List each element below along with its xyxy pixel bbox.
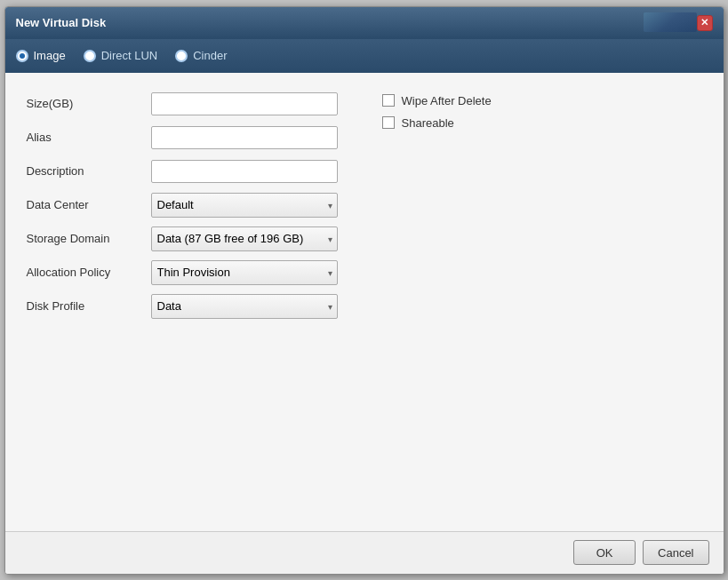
- description-input[interactable]: [151, 160, 338, 183]
- disk-profile-label: Disk Profile: [27, 299, 142, 313]
- storage-domain-label: Storage Domain: [27, 232, 142, 245]
- description-label: Description: [27, 164, 142, 178]
- data-center-select[interactable]: Default: [151, 193, 338, 218]
- left-column: Size(GB) Alias Description Data Center: [27, 91, 364, 320]
- wipe-after-delete-row[interactable]: Wipe After Delete: [382, 94, 702, 107]
- tab-direct-lun[interactable]: Direct LUN: [84, 49, 158, 62]
- radio-direct-lun[interactable]: [84, 50, 96, 62]
- radio-image[interactable]: [16, 50, 28, 62]
- footer: OK Cancel: [5, 531, 724, 574]
- tab-image[interactable]: Image: [16, 49, 66, 62]
- storage-domain-select[interactable]: Data (87 GB free of 196 GB): [151, 226, 338, 251]
- cancel-button[interactable]: Cancel: [643, 540, 708, 565]
- allocation-policy-label: Allocation Policy: [27, 266, 142, 279]
- alias-label: Alias: [27, 131, 142, 144]
- wipe-after-delete-checkbox[interactable]: [382, 94, 395, 107]
- storage-domain-select-wrapper: Data (87 GB free of 196 GB) ▾: [151, 226, 338, 251]
- data-center-row: Data Center Default ▾: [27, 192, 338, 218]
- ok-button[interactable]: OK: [573, 540, 636, 565]
- size-row: Size(GB): [27, 91, 338, 117]
- tab-image-label: Image: [34, 49, 66, 62]
- storage-domain-row: Storage Domain Data (87 GB free of 196 G…: [27, 226, 338, 252]
- dialog-title: New Virtual Disk: [16, 16, 107, 29]
- data-center-label: Data Center: [27, 198, 142, 211]
- size-label: Size(GB): [27, 97, 142, 110]
- close-button[interactable]: ✕: [697, 15, 713, 31]
- disk-profile-select-wrapper: Data ▾: [151, 294, 338, 319]
- allocation-policy-select[interactable]: Thin Provision: [151, 260, 338, 285]
- tab-bar: Image Direct LUN Cinder: [5, 39, 724, 73]
- content-area: Size(GB) Alias Description Data Center: [5, 73, 724, 531]
- title-bar: New Virtual Disk ✕: [5, 7, 724, 39]
- right-column: Wipe After Delete Shareable: [364, 91, 702, 320]
- allocation-policy-row: Allocation Policy Thin Provision ▾: [27, 259, 338, 286]
- new-virtual-disk-dialog: New Virtual Disk ✕ Image Direct LUN Cind…: [4, 6, 724, 575]
- allocation-policy-select-wrapper: Thin Provision ▾: [151, 260, 338, 285]
- tab-direct-lun-label: Direct LUN: [101, 49, 158, 62]
- alias-row: Alias: [27, 124, 338, 151]
- size-input[interactable]: [151, 92, 338, 115]
- radio-cinder[interactable]: [175, 50, 188, 62]
- alias-input[interactable]: [151, 126, 338, 149]
- disk-profile-select[interactable]: Data: [151, 294, 338, 319]
- description-row: Description: [27, 158, 338, 185]
- shareable-row[interactable]: Shareable: [382, 116, 702, 130]
- data-center-select-wrapper: Default ▾: [151, 193, 338, 218]
- form-grid: Size(GB) Alias Description Data Center: [27, 91, 702, 320]
- shareable-checkbox[interactable]: [382, 116, 395, 129]
- disk-profile-row: Disk Profile Data ▾: [27, 293, 338, 320]
- tab-cinder-label: Cinder: [193, 49, 227, 62]
- wipe-after-delete-label: Wipe After Delete: [402, 94, 492, 107]
- shareable-label: Shareable: [402, 116, 454, 130]
- tab-cinder[interactable]: Cinder: [175, 49, 227, 62]
- title-bar-left: New Virtual Disk: [16, 16, 107, 29]
